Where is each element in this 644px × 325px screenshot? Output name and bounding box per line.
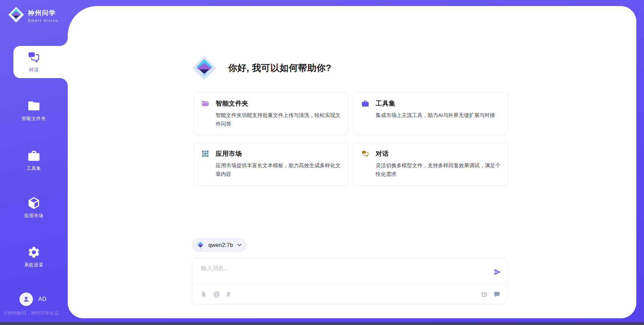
at-icon[interactable]: @ (213, 291, 220, 298)
avatar (19, 292, 33, 306)
sidebar-item-label: 应用市场 (24, 213, 44, 219)
sidebar-item-chat[interactable]: 对话 (0, 51, 68, 73)
card-app-market[interactable]: 应用市场 应用市场提供丰富长文本模板，助力高效生成多样化文章内容 (194, 142, 348, 185)
message-composer: @ # (192, 258, 507, 304)
model-name: qwen2:7b (208, 242, 233, 249)
hash-icon[interactable]: # (226, 291, 230, 298)
sidebar-item-toolset[interactable]: 工具集 (0, 149, 68, 172)
folder-open-icon (201, 100, 209, 108)
toolbox-icon (361, 100, 369, 108)
grid-icon (201, 150, 209, 158)
card-title: 对话 (376, 149, 389, 158)
chat-icon (27, 51, 41, 64)
card-description: 智能文件夹功能支持批量文件上传与清洗，轻松实现文件问答 (216, 111, 340, 128)
chat-icon (361, 150, 369, 158)
card-title: 工具集 (376, 99, 395, 108)
gear-icon (27, 246, 41, 259)
assistant-diamond-icon (192, 56, 217, 80)
folder-icon (27, 99, 41, 113)
person-icon (22, 296, 30, 303)
message-icon[interactable] (493, 291, 500, 298)
greeting-text: 你好, 我可以如何帮助你? (228, 62, 331, 74)
brand-subtitle: Smart Vision (28, 18, 58, 22)
card-description: 集成市场上主流工具，助力AI与外界无缝扩展与对接 (376, 111, 500, 120)
composer-actions (481, 284, 500, 304)
sidebar-item-label: 系统设置 (24, 262, 44, 268)
chevron-down-icon (237, 244, 241, 247)
greeting: 你好, 我可以如何帮助你? (192, 56, 331, 80)
history-icon[interactable] (481, 291, 488, 298)
feature-cards: 智能文件夹 智能文件夹功能支持批量文件上传与清洗，轻松实现文件问答 工具集 集成… (194, 92, 508, 186)
chat-home: 你好, 我可以如何帮助你? 智能文件夹 智能文件夹功能支持批量文件上传与清洗，轻… (192, 6, 508, 318)
sidebar-item-label: 智能文件夹 (22, 116, 46, 122)
sidebar-item-smart-folder[interactable]: 智能文件夹 (0, 99, 68, 122)
user-menu[interactable]: AD (19, 292, 47, 306)
user-initials: AD (38, 296, 47, 303)
composer-divider (192, 284, 507, 284)
card-description: 应用市场提供丰富长文本模板，助力高效生成多样化文章内容 (216, 161, 340, 178)
sidebar-item-label: 工具集 (26, 166, 41, 172)
model-selector[interactable]: qwen2:7b (192, 238, 247, 252)
brand-diamond-icon (196, 241, 205, 250)
sidebar-item-label: 对话 (29, 67, 39, 73)
sidebar-item-settings[interactable]: 系统设置 (0, 246, 68, 268)
card-toolset[interactable]: 工具集 集成市场上主流工具，助力AI与外界无缝扩展与对接 (354, 92, 508, 135)
card-title: 智能文件夹 (216, 99, 249, 108)
brand-diamond-icon (8, 7, 24, 23)
cube-icon (27, 196, 41, 210)
app-window: 神州问学 Smart Vision 对话 智能文件夹 工具集 应用市场 系统设置 (0, 0, 644, 325)
bottom-bar (0, 322, 644, 325)
brand: 神州问学 Smart Vision (8, 7, 58, 23)
card-description: 灵活切换多模型文件，支持多样回复效果调试，满足个性化需求 (376, 161, 500, 178)
sidebar: 神州问学 Smart Vision 对话 智能文件夹 工具集 应用市场 系统设置 (0, 0, 68, 325)
card-title: 应用市场 (216, 149, 242, 158)
toolbox-icon (27, 149, 41, 162)
brand-name: 神州问学 (28, 9, 58, 17)
message-input[interactable] (200, 264, 487, 282)
send-icon[interactable] (493, 268, 502, 276)
card-chat[interactable]: 对话 灵活切换多模型文件，支持多样回复效果调试，满足个性化需求 (354, 142, 508, 185)
card-smart-folder[interactable]: 智能文件夹 智能文件夹功能支持批量文件上传与清洗，轻松实现文件问答 (194, 92, 348, 135)
main-panel: 你好, 我可以如何帮助你? 智能文件夹 智能文件夹功能支持批量文件上传与清洗，轻… (68, 6, 636, 318)
composer-tools: @ # (200, 284, 230, 304)
sidebar-item-app-market[interactable]: 应用市场 (0, 196, 68, 219)
copyright-text: ©神州数码 · 神州问学出品 (4, 310, 59, 316)
paperclip-icon[interactable] (200, 291, 207, 298)
